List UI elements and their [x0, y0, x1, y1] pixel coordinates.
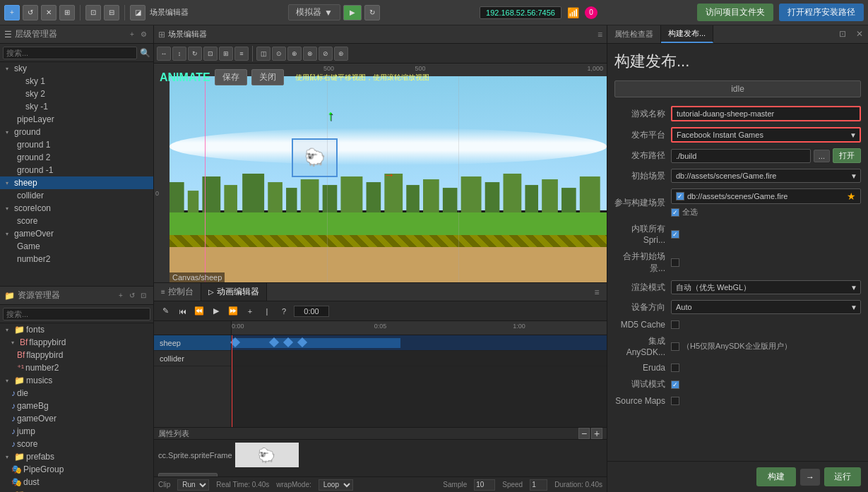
- tree-item-ground2[interactable]: ground 2: [0, 151, 153, 164]
- tree-item-score[interactable]: score: [0, 215, 153, 227]
- participate-star-icon[interactable]: ★: [847, 191, 856, 202]
- btn5[interactable]: ⊡: [85, 5, 101, 20]
- tree-item-ground1[interactable]: ground 1: [0, 138, 153, 151]
- tree-item-number2[interactable]: number2: [0, 253, 153, 265]
- tree-item-sheep[interactable]: ▾sheep: [0, 176, 153, 189]
- asset-gameover[interactable]: ♪gameOver: [0, 412, 153, 425]
- scene-tb-btn9[interactable]: ⊕: [287, 47, 302, 61]
- select-all-checkbox[interactable]: [671, 208, 679, 217]
- asset-pipegroup[interactable]: 🎭PipeGroup: [0, 463, 153, 476]
- asset-dust[interactable]: 🎭dust: [0, 476, 153, 488]
- asset-flappybird-parent[interactable]: ▾Bfflappybird: [0, 336, 153, 349]
- asset-musics[interactable]: ▾📁musics: [0, 374, 153, 387]
- asset-settings-icon[interactable]: ⊡: [138, 290, 149, 301]
- scene-menu-icon[interactable]: ≡: [598, 30, 602, 40]
- tab-build[interactable]: 构建发布...: [661, 25, 713, 43]
- run-button[interactable]: 运行: [824, 467, 861, 486]
- scene-tb-btn7[interactable]: ◫: [256, 47, 270, 61]
- path-open-btn[interactable]: 打开: [833, 148, 861, 163]
- btn6[interactable]: ⊟: [104, 5, 119, 20]
- merge-checkbox[interactable]: [671, 258, 679, 267]
- device-select[interactable]: Auto Portrait Landscape: [672, 301, 860, 313]
- layer-add-icon[interactable]: +: [126, 29, 138, 40]
- asset-die[interactable]: ♪die: [0, 387, 153, 400]
- asset-score[interactable]: ♪score: [0, 438, 153, 450]
- scene-tb-btn8[interactable]: ⊙: [272, 47, 286, 61]
- speed-input[interactable]: [530, 479, 547, 491]
- scene-btn[interactable]: ◪: [130, 5, 145, 20]
- right-maximize-icon[interactable]: ⊡: [837, 28, 848, 40]
- tl-sheep-track[interactable]: [232, 335, 607, 351]
- right-close-icon[interactable]: ✕: [854, 28, 865, 40]
- path-input[interactable]: [671, 149, 811, 163]
- scene-tb-btn11[interactable]: ⊘: [319, 47, 333, 61]
- scene-tb-btn3[interactable]: ↻: [188, 47, 202, 61]
- tab-console[interactable]: ≡ 控制台: [154, 283, 201, 301]
- platform-select[interactable]: Web Mobile Web Desktop Facebook Instant …: [672, 128, 860, 141]
- asset-fonts[interactable]: ▾📁fonts: [0, 323, 153, 336]
- animate-close-btn[interactable]: 关闭: [251, 69, 284, 85]
- tree-item-sky1[interactable]: sky 1: [0, 75, 153, 88]
- tree-item-scoreicon[interactable]: ▾scoreIcon: [0, 202, 153, 215]
- layer-search-go-icon[interactable]: 🔍: [140, 48, 150, 58]
- render-select[interactable]: 自动（优先 WebGL） Canvas WebGL: [672, 281, 860, 294]
- reload-btn[interactable]: ↻: [364, 5, 380, 20]
- tree-item-gameover[interactable]: ▾gameOver: [0, 227, 153, 240]
- tree-item-groundm1[interactable]: ground -1: [0, 164, 153, 176]
- scene-tb-btn1[interactable]: ↔: [157, 47, 171, 61]
- sheep-sprite[interactable]: 🐑: [292, 138, 338, 177]
- add-btn[interactable]: +: [4, 5, 20, 20]
- tree-item-ground[interactable]: ▾ground: [0, 126, 153, 138]
- play-btn[interactable]: ▶: [343, 5, 362, 20]
- wrapmode-select[interactable]: Loop: [319, 479, 353, 491]
- initial-scene-select[interactable]: db://assets/scenes/Game.fire: [672, 169, 860, 182]
- asset-scenes[interactable]: ▾📁scenes: [0, 488, 153, 492]
- clip-select[interactable]: Run: [177, 479, 209, 491]
- scene-tb-btn6[interactable]: ≡: [234, 47, 249, 61]
- close-btn[interactable]: ✕: [41, 5, 57, 20]
- animate-save-btn[interactable]: 保存: [215, 69, 247, 85]
- asset-refresh-icon[interactable]: ↺: [126, 290, 138, 301]
- tl-help-btn[interactable]: ?: [277, 304, 291, 318]
- tree-item-pipelayer[interactable]: pipeLayer: [0, 113, 153, 126]
- tl-add-btn[interactable]: +: [243, 304, 257, 318]
- inline-checkbox[interactable]: [671, 230, 679, 239]
- tl-label-collider[interactable]: collider: [154, 351, 231, 366]
- layer-search-input[interactable]: [3, 47, 137, 59]
- tl-edit-btn[interactable]: ✎: [158, 304, 172, 318]
- notification-badge[interactable]: 0: [585, 6, 598, 19]
- visit-project-btn[interactable]: 访问项目文件夹: [697, 4, 773, 21]
- asset-add-icon[interactable]: +: [115, 290, 126, 301]
- tree-item-sky[interactable]: ▾sky: [0, 62, 153, 75]
- tree-item-collider[interactable]: collider: [0, 189, 153, 202]
- timeline-menu-btn[interactable]: ≡: [590, 285, 604, 299]
- tree-item-game[interactable]: Game: [0, 240, 153, 253]
- tab-animation[interactable]: ▷ 动画编辑器: [201, 283, 267, 301]
- tl-label-sheep[interactable]: sheep: [154, 335, 231, 351]
- props-plus-btn[interactable]: +: [591, 428, 602, 439]
- sourcemaps-checkbox[interactable]: [671, 397, 679, 405]
- asset-prefabs[interactable]: ▾📁prefabs: [0, 450, 153, 463]
- asset-jump[interactable]: ♪jump: [0, 425, 153, 438]
- path-dots-btn[interactable]: ...: [814, 150, 830, 162]
- tl-track-content[interactable]: [232, 335, 607, 427]
- tl-stepback-btn[interactable]: ⏪: [192, 304, 206, 318]
- sample-input[interactable]: [474, 479, 495, 491]
- eruda-checkbox[interactable]: [671, 364, 679, 372]
- participate-checkbox[interactable]: [676, 192, 684, 200]
- tl-stepforward-btn[interactable]: ⏩: [226, 304, 240, 318]
- tree-item-sky2[interactable]: sky 2: [0, 88, 153, 100]
- tab-inspector[interactable]: 属性检查器: [607, 25, 661, 43]
- tl-time-input[interactable]: [294, 306, 329, 317]
- scene-tb-btn2[interactable]: ↕: [172, 47, 186, 61]
- build-arrow-btn[interactable]: →: [800, 469, 820, 486]
- asset-search-input[interactable]: [3, 308, 150, 320]
- layer-settings-icon[interactable]: ⚙: [138, 29, 149, 40]
- asset-number2[interactable]: ⁺¹number2: [0, 361, 153, 374]
- canvas-area[interactable]: ANIMATE 保存 关闭 使用鼠标右键平移视图，使用滚轮缩放视图 500 50…: [154, 64, 607, 282]
- tl-play-btn[interactable]: ▶: [209, 304, 223, 318]
- game-name-input[interactable]: [671, 106, 861, 121]
- scene-tb-btn4[interactable]: ⊡: [203, 47, 218, 61]
- asset-gamebg[interactable]: ♪gameBg: [0, 400, 153, 412]
- tl-marker-btn[interactable]: |: [260, 304, 274, 318]
